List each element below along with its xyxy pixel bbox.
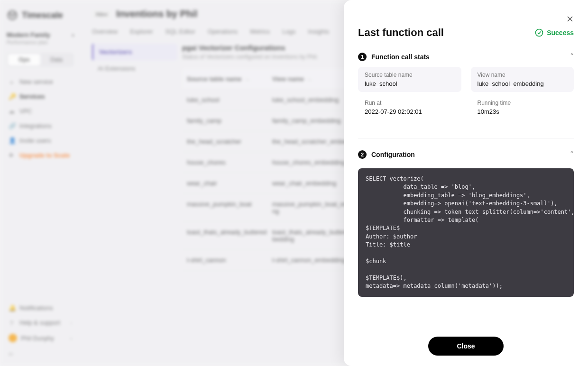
stat-source-value: luke_school [365, 80, 455, 87]
stat-view-label: View name [478, 72, 568, 78]
stat-runtime: Running time 10m23s [471, 97, 574, 120]
stat-source-label: Source table name [365, 72, 455, 78]
svg-point-1 [536, 29, 543, 37]
section-config-header[interactable]: 2 Configuration ˄ [358, 148, 574, 165]
stat-runtime-label: Running time [478, 100, 568, 106]
section-stats-header[interactable]: 1 Function call stats ˄ [358, 50, 574, 67]
stat-view: View name luke_school_embedding [471, 67, 574, 92]
divider [358, 138, 574, 138]
check-circle-icon [534, 28, 544, 37]
close-button[interactable]: Close [428, 337, 503, 356]
step-badge-2: 2 [358, 150, 367, 159]
config-code[interactable]: SELECT vectorize( data_table => 'blog', … [358, 168, 574, 297]
stat-runtime-value: 10m23s [478, 108, 568, 115]
side-panel: Last function call Success 1 Function ca… [344, 0, 588, 366]
stat-view-value: luke_school_embedding [478, 80, 568, 87]
stat-runat-label: Run at [365, 100, 455, 106]
close-icon[interactable] [565, 14, 575, 26]
step-badge-1: 1 [358, 53, 367, 61]
section-stats-title: Function call stats [371, 53, 430, 61]
chevron-up-icon: ˄ [570, 150, 574, 159]
status-badge: Success [534, 28, 574, 37]
stat-runat-value: 2022-07-29 02:02:01 [365, 108, 455, 115]
status-label: Success [547, 29, 574, 37]
stats-grid: Source table name luke_school View name … [358, 67, 574, 120]
section-config-title: Configuration [371, 151, 415, 158]
stat-source: Source table name luke_school [358, 67, 461, 92]
chevron-up-icon: ˄ [570, 52, 574, 61]
stat-runat: Run at 2022-07-29 02:02:01 [358, 97, 461, 120]
panel-title: Last function call [358, 27, 444, 39]
